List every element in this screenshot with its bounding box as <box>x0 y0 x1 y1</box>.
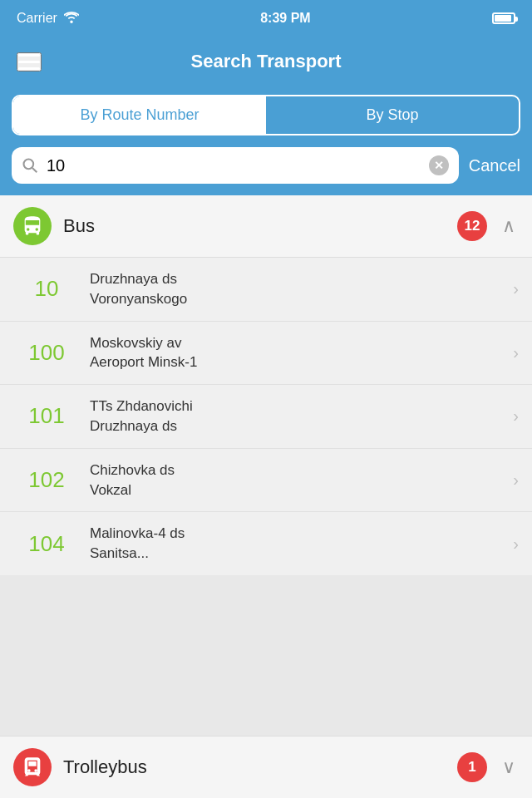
route-line1: Druzhnaya ds <box>90 269 503 289</box>
content-area: Bus 12 ∧ 10 Druzhnaya ds Voronyanskogo ›… <box>0 195 532 575</box>
route-description: Chizhovka ds Vokzal <box>80 461 513 500</box>
carrier-label: Carrier <box>17 11 57 26</box>
segment-by-stop[interactable]: By Stop <box>266 96 519 134</box>
trolleybus-icon <box>21 756 44 779</box>
bus-route-list: 10 Druzhnaya ds Voronyanskogo › 100 Mosk… <box>0 258 532 575</box>
route-number: 102 <box>13 467 80 493</box>
route-number: 101 <box>13 403 80 429</box>
route-description: Moskovskiy av Aeroport Minsk-1 <box>80 333 513 373</box>
search-input-wrapper: ✕ <box>12 147 459 184</box>
route-number: 100 <box>13 340 80 366</box>
route-line1: Malinovka-4 ds <box>90 524 503 544</box>
route-chevron-icon: › <box>513 343 519 362</box>
bus-count-badge: 12 <box>457 211 487 241</box>
bus-icon <box>21 214 44 238</box>
search-bar-container: ✕ Cancel <box>0 147 532 195</box>
search-input[interactable] <box>38 156 429 175</box>
svg-point-0 <box>24 160 34 170</box>
trolleybus-section-title: Trolleybus <box>63 756 446 778</box>
bus-section-header: Bus 12 ∧ <box>0 195 532 258</box>
svg-line-1 <box>32 168 37 172</box>
app-header: Search Transport <box>0 37 532 86</box>
bus-section-collapse-button[interactable]: ∧ <box>499 215 519 237</box>
wifi-icon <box>64 12 79 26</box>
route-description: Malinovka-4 ds Sanitsa... <box>80 524 513 564</box>
route-item[interactable]: 102 Chizhovka ds Vokzal › <box>0 449 532 513</box>
route-chevron-icon: › <box>513 279 519 298</box>
cancel-button[interactable]: Cancel <box>469 156 520 175</box>
segment-inner: By Route Number By Stop <box>12 95 520 135</box>
menu-button[interactable] <box>17 52 42 71</box>
route-chevron-icon: › <box>513 406 519 426</box>
status-time: 8:39 PM <box>260 11 310 26</box>
route-description: Druzhnaya ds Voronyanskogo <box>80 269 513 309</box>
search-icon <box>22 157 38 174</box>
route-line2: Aeroport Minsk-1 <box>90 352 503 372</box>
trolleybus-section-expand-button[interactable]: ∨ <box>499 756 519 778</box>
route-line2: Druzhnaya ds <box>90 416 503 436</box>
segment-control: By Route Number By Stop <box>0 86 532 147</box>
route-line2: Vokzal <box>90 480 503 500</box>
clear-search-button[interactable]: ✕ <box>429 155 449 175</box>
route-number: 10 <box>13 276 80 302</box>
status-right <box>492 12 515 24</box>
route-chevron-icon: › <box>513 470 519 490</box>
route-item[interactable]: 104 Malinovka-4 ds Sanitsa... › <box>0 512 532 575</box>
route-item[interactable]: 100 Moskovskiy av Aeroport Minsk-1 › <box>0 322 532 386</box>
battery-icon <box>492 12 515 24</box>
route-description: TTs Zhdanovichi Druzhnaya ds <box>80 397 513 436</box>
header-title: Search Transport <box>191 51 342 72</box>
segment-by-route[interactable]: By Route Number <box>13 96 266 134</box>
trolleybus-section-icon <box>13 748 52 786</box>
trolleybus-section-header: Trolleybus 1 ∨ <box>0 736 532 798</box>
status-bar: Carrier 8:39 PM <box>0 0 532 37</box>
bus-section-icon <box>13 207 52 245</box>
route-item[interactable]: 10 Druzhnaya ds Voronyanskogo › <box>0 258 532 322</box>
route-line2: Voronyanskogo <box>90 289 503 309</box>
route-item[interactable]: 101 TTs Zhdanovichi Druzhnaya ds › <box>0 385 532 449</box>
route-line2: Sanitsa... <box>90 544 503 564</box>
trolleybus-count-badge: 1 <box>457 752 487 782</box>
route-line1: TTs Zhdanovichi <box>90 397 503 416</box>
route-line1: Moskovskiy av <box>90 333 503 353</box>
bus-section-title: Bus <box>63 215 446 237</box>
route-line1: Chizhovka ds <box>90 461 503 480</box>
route-chevron-icon: › <box>513 534 519 554</box>
status-left: Carrier <box>17 11 79 26</box>
route-number: 104 <box>13 531 80 557</box>
